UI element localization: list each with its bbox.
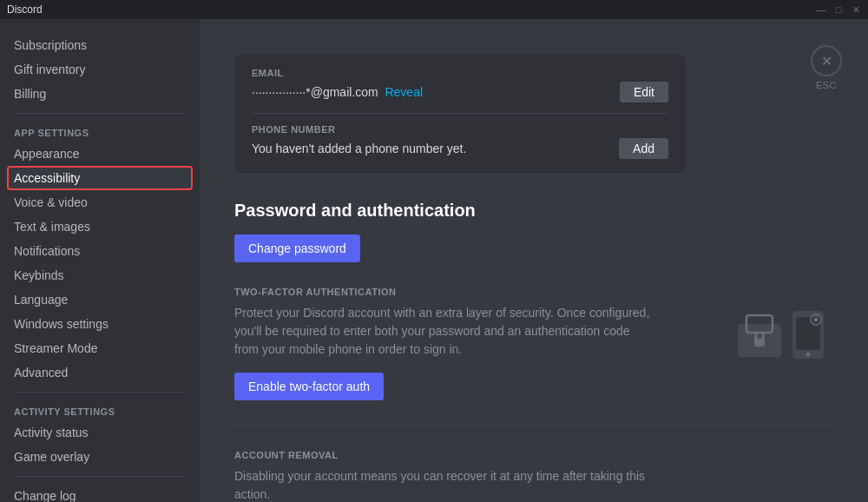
- email-masked: ················*@gmail.com: [252, 85, 378, 99]
- main-content: ✕ ESC EMAIL ················*@gmail.com …: [200, 19, 868, 502]
- app-body: Subscriptions Gift inventory Billing APP…: [0, 19, 868, 502]
- sidebar-item-change-log[interactable]: Change log: [7, 484, 193, 502]
- password-section-title: Password and authentication: [234, 201, 833, 221]
- account-removal-desc: Disabling your account means you can rec…: [234, 467, 651, 502]
- svg-point-6: [806, 352, 811, 356]
- esc-circle-icon: ✕: [811, 45, 842, 76]
- edit-email-button[interactable]: Edit: [620, 82, 668, 102]
- tfa-description: Protect your Discord account with an ext…: [234, 304, 651, 359]
- add-phone-button[interactable]: Add: [619, 138, 668, 159]
- account-info-card: EMAIL ················*@gmail.com Reveal…: [234, 54, 686, 173]
- sidebar-item-billing[interactable]: Billing: [7, 82, 193, 106]
- minimize-button[interactable]: —: [816, 4, 826, 15]
- sidebar-item-streamer-mode[interactable]: Streamer Mode: [7, 336, 193, 360]
- phone-field: PHONE NUMBER You haven't added a phone n…: [252, 124, 668, 159]
- sidebar-item-appearance[interactable]: Appearance: [7, 142, 193, 166]
- enable-tfa-button[interactable]: Enable two-factor auth: [234, 373, 384, 400]
- email-value: ················*@gmail.com Reveal: [252, 85, 423, 99]
- sidebar-divider-1: [14, 113, 186, 114]
- phone-value: You haven't added a phone number yet.: [252, 142, 466, 155]
- app-settings-label: APP SETTINGS: [7, 121, 193, 142]
- change-password-button[interactable]: Change password: [234, 234, 360, 262]
- sidebar-item-subscriptions[interactable]: Subscriptions: [7, 33, 193, 57]
- title-bar: Discord — □ ✕: [0, 0, 868, 19]
- email-label: EMAIL: [252, 68, 668, 78]
- app-title: Discord: [7, 3, 43, 16]
- activity-settings-label: ACTIVITY SETTINGS: [7, 400, 193, 420]
- esc-button[interactable]: ✕ ESC: [811, 45, 842, 90]
- tfa-illustration: [729, 304, 833, 365]
- sidebar-item-gift-inventory[interactable]: Gift inventory: [7, 57, 193, 82]
- sidebar-item-text-images[interactable]: Text & images: [7, 215, 193, 239]
- svg-rect-5: [796, 317, 820, 350]
- sidebar-item-activity-status[interactable]: Activity status: [7, 420, 193, 445]
- email-reveal-link[interactable]: Reveal: [385, 85, 423, 99]
- sidebar: Subscriptions Gift inventory Billing APP…: [0, 19, 200, 502]
- tfa-section: Protect your Discord account with an ext…: [234, 304, 833, 400]
- account-removal-label: ACCOUNT REMOVAL: [234, 450, 833, 460]
- section-divider: [234, 425, 833, 426]
- tfa-text: Protect your Discord account with an ext…: [234, 304, 729, 400]
- esc-label: ESC: [816, 80, 837, 90]
- sidebar-item-voice-video[interactable]: Voice & video: [7, 190, 193, 215]
- field-divider: [252, 113, 668, 114]
- close-button[interactable]: ✕: [851, 4, 861, 15]
- sidebar-item-advanced[interactable]: Advanced: [7, 360, 193, 385]
- window-controls: — □ ✕: [816, 4, 861, 15]
- email-field: EMAIL ················*@gmail.com Reveal…: [252, 68, 668, 102]
- sidebar-item-game-overlay[interactable]: Game overlay: [7, 445, 193, 469]
- email-row: ················*@gmail.com Reveal Edit: [252, 82, 668, 102]
- phone-row: You haven't added a phone number yet. Ad…: [252, 138, 668, 159]
- svg-point-3: [757, 334, 762, 339]
- sidebar-item-language[interactable]: Language: [7, 287, 193, 312]
- maximize-button[interactable]: □: [833, 4, 844, 15]
- svg-point-8: [814, 317, 819, 321]
- sidebar-item-keybinds[interactable]: Keybinds: [7, 263, 193, 287]
- tfa-icon: [733, 307, 829, 363]
- tfa-label: TWO-FACTOR AUTHENTICATION: [234, 287, 833, 297]
- sidebar-divider-3: [14, 476, 186, 477]
- phone-label: PHONE NUMBER: [252, 124, 668, 135]
- sidebar-item-notifications[interactable]: Notifications: [7, 239, 193, 263]
- sidebar-item-accessibility[interactable]: Accessibility: [7, 166, 193, 190]
- sidebar-item-windows-settings[interactable]: Windows settings: [7, 312, 193, 336]
- sidebar-divider-2: [14, 392, 186, 393]
